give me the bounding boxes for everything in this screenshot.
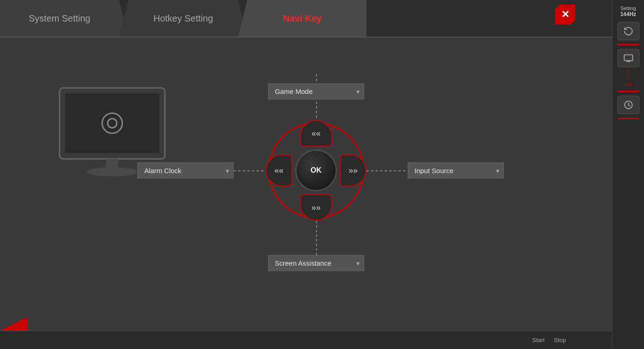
game-mode-select-wrapper: Game Mode Brightness Contrast Input Sour… [268,83,364,99]
tabs-bar: System Setting Hotkey Setting Navi Key ✕ [0,0,612,37]
screen-assistance-select[interactable]: Screen Assistance Alarm Clock Input Sour… [268,255,364,271]
tab-system-label: System Setting [29,13,91,24]
dpad-up-button[interactable]: «« [300,120,332,147]
start-button[interactable]: Start [532,337,545,344]
sidebar-info: Setting 144Hz [612,4,644,19]
tab-hotkey[interactable]: Hotkey Setting [119,0,247,37]
dropdown-right-wrapper: Input Source Game Mode Alarm Clock Scree… [408,163,504,179]
alarm-clock-select-wrapper: Alarm Clock Game Mode Input Source Scree… [137,163,234,179]
corner-decoration [0,317,27,331]
bottom-bar: Start Stop [0,331,612,349]
dpad-right-button[interactable]: »» [340,154,366,186]
dpad-left-button[interactable]: «« [266,154,292,186]
tab-hotkey-label: Hotkey Setting [153,13,213,24]
tab-navi-label: Navi Key [283,13,322,24]
dropdown-top-wrapper: Game Mode Brightness Contrast Input Sour… [268,83,364,99]
sidebar-vertical-text: ocati [626,69,631,80]
dpad-ok-button[interactable]: OK [295,150,337,191]
tab-navi[interactable]: Navi Key [238,0,366,37]
sidebar-label-2: Let [624,81,633,88]
sidebar-hz-label: 144Hz [620,11,636,17]
sidebar-divider-3 [617,118,639,119]
dropdown-left-wrapper: Alarm Clock Game Mode Input Source Scree… [137,163,234,179]
dpad-wrapper: «« »» «« »» OK [266,120,366,221]
game-mode-select[interactable]: Game Mode Brightness Contrast Input Sour… [268,83,364,99]
navi-key-area: «« »» «« »» OK [266,74,366,276]
reset-button[interactable] [617,22,639,40]
sidebar-setting-label: Setting [620,5,636,11]
close-button[interactable]: ✕ [555,5,575,25]
sidebar-divider-1 [617,44,639,45]
svg-rect-1 [65,93,159,153]
input-source-select[interactable]: Input Source Game Mode Alarm Clock Scree… [408,163,504,179]
clock-button[interactable] [617,96,639,114]
main-window: System Setting Hotkey Setting Navi Key ✕ [0,0,612,349]
right-sidebar: Setting 144Hz ocati Let [612,0,644,349]
svg-point-5 [87,167,137,176]
sidebar-text-area: ocati [617,70,639,79]
content-panel: «« »» «« »» OK [0,37,612,349]
dropdown-bottom-wrapper: Screen Assistance Alarm Clock Input Sour… [268,255,364,271]
display-button[interactable] [617,49,639,67]
screen-assistance-select-wrapper: Screen Assistance Alarm Clock Input Sour… [268,255,364,271]
stop-button[interactable]: Stop [554,337,566,344]
svg-rect-6 [624,55,632,61]
tab-system[interactable]: System Setting [0,0,128,37]
input-source-select-wrapper: Input Source Game Mode Alarm Clock Scree… [408,163,504,179]
dpad-ok-label: OK [311,166,322,174]
alarm-clock-select[interactable]: Alarm Clock Game Mode Input Source Scree… [137,163,234,179]
sidebar-divider-2 [617,91,639,92]
dpad-down-button[interactable]: »» [300,194,332,221]
